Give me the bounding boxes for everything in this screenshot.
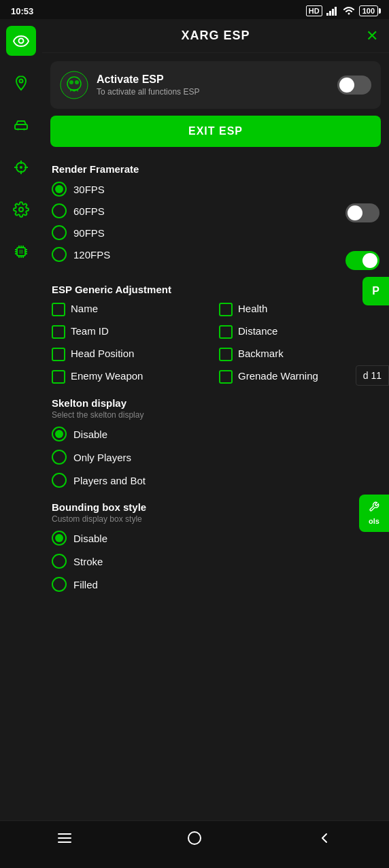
skelton-subtitle: Select the skelton display	[52, 410, 379, 420]
svg-rect-0	[326, 13, 328, 16]
skelton-players-bot-label: Players and Bot	[73, 475, 146, 486]
skelton-options: Disable Only Players Players and Bot	[52, 427, 379, 488]
float-card-p-label: P	[372, 285, 379, 297]
svg-point-32	[69, 80, 73, 84]
check-health[interactable]: Health	[219, 302, 379, 316]
toggle-knob	[339, 78, 354, 93]
checkbox-distance	[219, 325, 233, 339]
status-bar: 10:53 HD 100	[0, 0, 389, 19]
check-head-position-label: Head Position	[71, 347, 134, 361]
bounding-box-options: Disable Stroke Filled	[52, 531, 379, 592]
fps-120-option[interactable]: 120FPS	[52, 247, 339, 262]
esp-checkbox-grid: Name Health Team ID Distan	[52, 302, 379, 384]
sidebar-item-location[interactable]	[6, 68, 36, 98]
activate-esp-title: Activate ESP	[97, 73, 329, 86]
sidebar	[0, 19, 42, 820]
toggle-knob-120	[362, 253, 377, 268]
svg-point-7	[17, 129, 19, 131]
check-name[interactable]: Name	[52, 302, 212, 316]
bbox-stroke-label: Stroke	[73, 556, 103, 567]
check-distance-label: Distance	[238, 324, 277, 338]
spacer-30fps	[345, 182, 379, 203]
fps-30-radio	[52, 182, 67, 197]
skelton-players-bot-option[interactable]: Players and Bot	[52, 473, 379, 488]
framerate-section: Render Framerate 30FPS 60FPS	[42, 156, 389, 277]
checkbox-health	[219, 303, 233, 316]
close-button[interactable]: ✕	[366, 27, 378, 45]
float-card-tools[interactable]: ols	[359, 495, 389, 532]
check-head-position[interactable]: Head Position	[52, 347, 212, 361]
framerate-toggles	[339, 182, 379, 270]
checkbox-name	[52, 303, 65, 316]
check-teamid-label: Team ID	[71, 324, 109, 338]
fps-120-toggle[interactable]	[345, 251, 379, 270]
activate-esp-toggle[interactable]	[337, 76, 371, 95]
check-teamid[interactable]: Team ID	[52, 324, 212, 339]
esp-generic-title: ESP Generic Adjustment	[52, 280, 379, 295]
skelton-only-players-option[interactable]: Only Players	[52, 450, 379, 465]
nav-menu-button[interactable]	[44, 824, 85, 852]
check-enemy-weapon[interactable]: Enemy Weapon	[52, 369, 212, 384]
float-card-p[interactable]: P	[362, 277, 389, 305]
bbox-filled-option[interactable]: Filled	[52, 577, 379, 592]
check-health-label: Health	[238, 302, 267, 316]
location-icon	[13, 75, 29, 91]
activate-esp-text: Activate ESP To activate all functions E…	[97, 73, 329, 97]
activate-esp-card: Activate ESP To activate all functions E…	[50, 61, 381, 109]
app-shell: XARG ESP ✕ Activate ESP To activate all …	[0, 19, 389, 820]
sidebar-item-car[interactable]	[6, 110, 36, 140]
check-grenade-warning-label: Grenade Warning	[238, 369, 318, 383]
main-content: XARG ESP ✕ Activate ESP To activate all …	[42, 19, 389, 820]
skelton-disable-option[interactable]: Disable	[52, 427, 379, 441]
check-distance[interactable]: Distance	[219, 324, 379, 339]
svg-rect-2	[332, 9, 334, 16]
skelton-title: Skelton display	[52, 393, 379, 409]
checkbox-head-position	[52, 348, 65, 361]
bounding-box-subtitle: Custom display box style	[52, 514, 379, 524]
esp-generic-section: ESP Generic Adjustment P Name Health	[42, 277, 389, 390]
skelton-only-players-label: Only Players	[73, 452, 131, 463]
sidebar-item-eye[interactable]	[6, 26, 36, 56]
bbox-filled-label: Filled	[73, 579, 98, 590]
header: XARG ESP ✕	[42, 19, 389, 53]
sidebar-item-settings[interactable]	[6, 195, 36, 224]
svg-rect-6	[15, 124, 27, 129]
fps-30-option[interactable]: 30FPS	[52, 182, 339, 197]
hd-label: HD	[306, 5, 322, 16]
fps-60-option[interactable]: 60FPS	[52, 203, 339, 218]
header-title: XARG ESP	[181, 29, 250, 43]
fps-60-label: 60FPS	[73, 205, 105, 217]
checkbox-teamid	[52, 325, 65, 339]
fps-30-label: 30FPS	[73, 184, 105, 195]
svg-rect-37	[188, 832, 201, 844]
svg-rect-3	[335, 7, 337, 16]
bbox-disable-label: Disable	[73, 533, 107, 544]
sidebar-item-chip[interactable]	[6, 237, 36, 267]
float-card-d11[interactable]: d 11	[356, 365, 389, 386]
svg-point-5	[20, 80, 23, 83]
fps-60-toggle[interactable]	[345, 203, 379, 222]
bottom-spacer	[52, 592, 379, 605]
bbox-stroke-option[interactable]: Stroke	[52, 554, 379, 569]
home-icon	[186, 830, 203, 846]
svg-point-33	[75, 80, 79, 84]
skelton-only-players-radio	[52, 450, 67, 465]
sidebar-item-crosshair[interactable]	[6, 152, 36, 182]
nav-home-button[interactable]	[174, 824, 215, 852]
bbox-disable-option[interactable]: Disable	[52, 531, 379, 546]
exit-esp-button[interactable]: EXIT ESP	[50, 116, 381, 147]
tools-icon	[369, 501, 379, 512]
nav-back-button[interactable]	[304, 824, 345, 852]
svg-point-14	[20, 166, 22, 169]
check-backmark[interactable]: Backmark	[219, 347, 379, 361]
crosshair-icon	[13, 159, 29, 176]
svg-point-8	[23, 129, 25, 131]
fps-90-option[interactable]: 90FPS	[52, 225, 339, 240]
scroll-area: Activate ESP To activate all functions E…	[42, 53, 389, 820]
battery-icon: 100	[359, 5, 378, 16]
activate-esp-subtitle: To activate all functions ESP	[97, 87, 329, 97]
svg-point-30	[61, 71, 88, 99]
checkbox-enemy-weapon	[52, 370, 65, 384]
framerate-content: 30FPS 60FPS 90FPS	[52, 182, 379, 270]
check-backmark-label: Backmark	[238, 347, 284, 361]
